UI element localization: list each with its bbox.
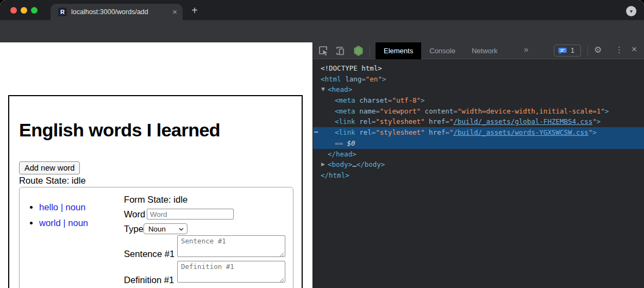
code-token: </html> xyxy=(321,171,349,179)
new-tab-button[interactable]: + xyxy=(188,4,201,17)
device-toolbar-icon[interactable] xyxy=(335,46,345,56)
code-token: = xyxy=(376,107,380,115)
code-token: rel xyxy=(355,128,372,136)
definition-label: Definition #1 xyxy=(124,275,174,286)
dom-tree: <!DOCTYPE html><html lang="en">▼<head><m… xyxy=(313,59,644,288)
word-list-item: hello | noun xyxy=(39,202,88,213)
code-token: <body> xyxy=(328,160,352,168)
dom-tree-line[interactable]: == $0 xyxy=(313,138,644,149)
devtools-close-icon[interactable]: × xyxy=(632,44,637,55)
code-token: "width=device-width,initial-scale=1" xyxy=(458,107,605,115)
code-token: = xyxy=(445,128,449,136)
code-token: "stylesheet" xyxy=(376,128,424,136)
devtools-tab-network[interactable]: Network xyxy=(464,42,506,59)
dom-tree-line[interactable]: <!DOCTYPE html> xyxy=(313,63,644,74)
tab-close-icon[interactable]: × xyxy=(172,7,177,16)
sentence-label: Sentence #1 xyxy=(124,249,174,260)
web-page: English words I learned Add new word Rou… xyxy=(0,42,312,288)
hover-menu-icon[interactable]: ⋯ xyxy=(314,127,317,138)
type-select[interactable]: Noun xyxy=(143,223,187,234)
expander-icon[interactable]: ▼ xyxy=(321,84,325,95)
dom-tree-line[interactable]: </html> xyxy=(313,170,644,181)
code-token: content xyxy=(421,107,453,115)
code-token: = xyxy=(453,107,458,115)
code-token: </head> xyxy=(328,150,357,158)
code-token: <html xyxy=(321,75,341,83)
word-label: Word xyxy=(124,209,145,220)
devtools-tab-console[interactable]: Console xyxy=(421,42,464,59)
code-token: = xyxy=(361,75,366,83)
code-token: /build/_assets/global-FHZEMBS4.css xyxy=(453,117,592,126)
more-tabs-icon[interactable]: » xyxy=(524,45,528,54)
sentence-textarea[interactable] xyxy=(177,235,285,257)
code-token: <meta xyxy=(335,107,355,115)
tab-strip: R localhost:3000/words/add × + ▾ xyxy=(0,0,644,20)
code-token: == xyxy=(335,139,347,147)
tab-title: localhost:3000/words/add xyxy=(71,8,148,16)
node-icon[interactable] xyxy=(353,45,364,57)
dom-tree-line[interactable]: ⋯<link rel="stylesheet" href="/build/_as… xyxy=(313,127,644,138)
code-token: $0 xyxy=(347,139,355,147)
word-link[interactable]: hello | noun xyxy=(39,202,86,212)
dom-tree-line[interactable]: </head> xyxy=(313,149,644,160)
word-list: hello | nounworld | noun xyxy=(39,202,88,234)
browser-tab[interactable]: R localhost:3000/words/add × xyxy=(51,4,183,20)
issues-count: 1 xyxy=(571,47,574,54)
type-label: Type xyxy=(124,224,143,235)
route-state-text: Route State: idle xyxy=(19,176,86,186)
issue-bubble-icon xyxy=(558,47,567,55)
devtools-toolbar: ElementsConsoleNetwork » 1 ⚙ ⋮ × xyxy=(313,42,644,59)
code-token: <meta xyxy=(335,96,355,104)
select-chevron-icon xyxy=(179,228,184,231)
devtools-menu-icon[interactable]: ⋮ xyxy=(615,45,623,55)
page-title: English words I learned xyxy=(19,120,220,141)
code-token: /build/_assets/words-YGXSWCSW.css xyxy=(453,128,588,136)
code-token: <link xyxy=(335,128,355,136)
code-token: > xyxy=(605,107,609,115)
word-input[interactable] xyxy=(147,209,234,220)
traffic-light-minimize[interactable] xyxy=(21,7,27,14)
code-token: "en" xyxy=(366,75,382,83)
code-token: href xyxy=(425,117,446,126)
word-list-item: world | noun xyxy=(39,218,88,229)
code-token: </body> xyxy=(357,160,385,168)
type-select-value: Noun xyxy=(148,225,166,233)
browser-window: R localhost:3000/words/add × + ▾ ← → ↻ ⓘ… xyxy=(0,0,644,288)
code-token: name xyxy=(355,107,376,115)
word-link[interactable]: world | noun xyxy=(39,218,88,228)
dom-tree-line[interactable]: ▼<head> xyxy=(313,84,644,95)
code-token: "utf-8" xyxy=(392,96,421,104)
code-token: <link xyxy=(335,117,355,126)
expander-icon[interactable]: ▶ xyxy=(321,159,325,170)
dom-tree-line[interactable]: ▶<body>…</body> xyxy=(313,159,644,170)
dom-tree-line[interactable]: <meta charset="utf-8"> xyxy=(313,95,644,106)
form-state-text: Form State: idle xyxy=(124,195,187,205)
code-token: > xyxy=(592,128,597,136)
add-new-word-button[interactable]: Add new word xyxy=(19,161,80,174)
traffic-light-maximize[interactable] xyxy=(31,7,37,14)
code-token: <head> xyxy=(328,85,352,93)
code-token: " xyxy=(592,117,597,126)
devtools-tab-elements[interactable]: Elements xyxy=(376,42,421,59)
definition-textarea[interactable] xyxy=(177,261,285,283)
code-token: charset xyxy=(355,96,388,104)
dom-tree-line[interactable]: <meta name="viewport" content="width=dev… xyxy=(313,106,644,117)
toolbar-divider xyxy=(370,45,370,57)
code-token: = xyxy=(445,117,449,126)
remix-favicon: R xyxy=(58,8,67,16)
dom-tree-line[interactable]: <html lang="en"> xyxy=(313,74,644,85)
code-token: rel xyxy=(355,117,372,126)
code-token: > xyxy=(597,117,601,126)
code-token: > xyxy=(382,75,386,83)
toolbar-divider xyxy=(587,45,588,57)
inspect-icon[interactable] xyxy=(318,46,329,56)
code-token: lang xyxy=(341,75,362,83)
settings-gear-icon[interactable]: ⚙ xyxy=(594,45,602,55)
issues-badge[interactable]: 1 xyxy=(554,45,581,57)
code-token: > xyxy=(421,96,425,104)
code-token: href xyxy=(425,128,446,136)
dom-tree-line[interactable]: <link rel="stylesheet" href="/build/_ass… xyxy=(313,116,644,127)
tab-search-chevron-icon[interactable]: ▾ xyxy=(626,6,636,16)
traffic-light-close[interactable] xyxy=(10,7,17,14)
devtools-panel: ElementsConsoleNetwork » 1 ⚙ ⋮ × <!DOCTY… xyxy=(312,42,644,288)
